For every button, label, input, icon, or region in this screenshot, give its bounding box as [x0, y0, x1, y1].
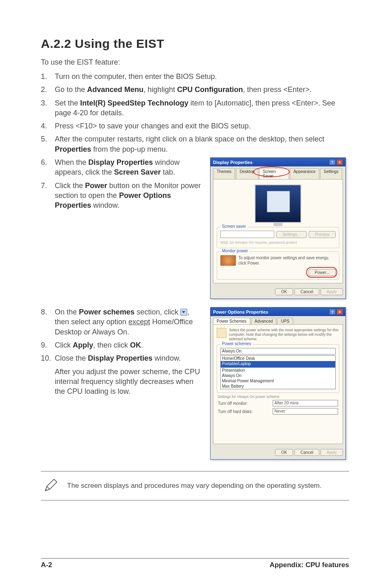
dialog-title: Display Properties	[213, 160, 253, 165]
dialog-titlebar: Display Properties ? ×	[211, 158, 345, 166]
note-box: The screen displays and procedures may v…	[41, 471, 349, 500]
step-8: 8. On the Power schemes section, click ,…	[41, 307, 202, 337]
step-4: 4. Press <F10> to save your changes and …	[41, 121, 349, 131]
step-number: 4.	[41, 121, 55, 131]
dropdown-option[interactable]: Max Battery	[221, 384, 335, 389]
preview-button[interactable]: Preview	[309, 231, 336, 238]
dropdown-option[interactable]: Minimal Power Management	[221, 378, 335, 384]
dialog-button-row: OK Cancel Apply	[211, 447, 345, 459]
power-settings-table: Turn off monitor: After 20 mins Turn off…	[217, 399, 339, 416]
dialog-tabs: Themes Desktop Screen Saver Appearance S…	[211, 166, 345, 179]
power-desc: Select the power scheme with the most ap…	[229, 328, 339, 341]
steps-list-c: 8. On the Power schemes section, click ,…	[41, 307, 202, 363]
fieldset-legend: Screen saver	[220, 224, 248, 229]
step-number: 1.	[41, 72, 55, 81]
dropdown-option[interactable]: Presentation	[221, 368, 335, 373]
step-number: 9.	[41, 340, 55, 350]
step-number: 6.	[41, 157, 55, 177]
dialog-panel: Screen saver Settings... Preview Wait: 1…	[213, 179, 343, 283]
tab-themes[interactable]: Themes	[213, 168, 235, 179]
page-footer: A-2 Appendix: CPU features	[41, 561, 349, 569]
settings-button[interactable]: Settings...	[276, 231, 307, 238]
dropdown-option-selected[interactable]: Portable/Laptop	[221, 361, 335, 368]
tab-advanced[interactable]: Advanced	[251, 318, 276, 324]
step-2: 2. Go to the Advanced Menu, highlight CP…	[41, 85, 349, 94]
section-heading: A.2.2 Using the EIST	[41, 37, 349, 51]
power-button[interactable]: Power...	[309, 269, 336, 276]
tab-appearance[interactable]: Appearance	[290, 168, 319, 179]
tab-power-schemes[interactable]: Power Schemes	[213, 318, 250, 324]
step-9: 9. Click Apply, then click OK.	[41, 340, 202, 350]
step-3: 3. Set the Intel(R) SpeedStep Technology…	[41, 98, 349, 118]
dialog-tabs: Power Schemes Advanced UPS	[211, 316, 345, 324]
help-icon[interactable]: ?	[329, 309, 336, 315]
power-scheme-dropdown[interactable]: Always On	[220, 348, 336, 355]
step-text: Turn on the computer, then enter the BIO…	[55, 72, 349, 81]
note-text: The screen displays and procedures may v…	[67, 481, 322, 491]
tab-screen-saver[interactable]: Screen Saver	[259, 168, 289, 179]
battery-icon	[217, 328, 226, 338]
screensaver-fieldset: Screen saver Settings... Preview Wait: 1…	[217, 227, 339, 248]
ok-button[interactable]: OK	[275, 449, 293, 456]
step-text: On the Power schemes section, click , th…	[55, 307, 202, 337]
step-text: Close the Display Properties window.	[55, 353, 202, 363]
footer-page-number: A-2	[41, 561, 52, 569]
help-icon[interactable]: ?	[329, 159, 336, 165]
apply-button[interactable]: Apply	[321, 288, 343, 295]
dialog-title: Power Options Properties	[213, 310, 268, 314]
intro-text: To use the EIST feature:	[41, 58, 349, 67]
steps-list-a: 1. Turn on the computer, then enter the …	[41, 72, 349, 154]
dropdown-arrow-icon	[180, 309, 187, 316]
step-7: 7. Click the Power button on the Monitor…	[41, 181, 202, 211]
turn-off-hdd-dropdown[interactable]: Never	[273, 408, 338, 415]
footer-rule	[41, 558, 349, 559]
power-options-dialog: Power Options Properties ? × Power Schem…	[210, 307, 346, 460]
step-number: 2.	[41, 85, 55, 94]
cancel-button[interactable]: Cancel	[294, 288, 319, 295]
step-number: 3.	[41, 98, 55, 118]
step-text: After the computer restarts, right click…	[55, 134, 349, 154]
turn-off-monitor-dropdown[interactable]: After 20 mins	[273, 400, 338, 406]
display-properties-dialog: Display Properties ? × Themes Desktop Sc…	[210, 157, 346, 299]
monitor-preview	[255, 184, 301, 223]
screensaver-dropdown[interactable]	[220, 231, 274, 238]
tab-desktop[interactable]: Desktop	[236, 168, 258, 179]
step-text: Click the Power button on the Monitor po…	[55, 181, 202, 211]
monitor-power-text: To adjust monitor power settings and sav…	[238, 255, 336, 266]
ok-button[interactable]: OK	[275, 288, 293, 295]
step-text: Go to the Advanced Menu, highlight CPU C…	[55, 85, 349, 94]
document-page: A.2.2 Using the EIST To use the EIST fea…	[0, 0, 390, 588]
step-6: 6. When the Display Properties window ap…	[41, 157, 202, 177]
note-pencil-icon	[43, 476, 60, 495]
step-number: 10.	[41, 353, 55, 363]
fieldset-legend: Monitor power	[220, 249, 249, 253]
dropdown-option[interactable]: Always On	[221, 373, 335, 378]
monitor-power-fieldset: Monitor power To adjust monitor power se…	[217, 251, 339, 280]
step-text: Set the Intel(R) SpeedStep Technology it…	[55, 98, 349, 118]
tab-settings[interactable]: Settings	[320, 168, 342, 179]
dialog-button-row: OK Cancel Apply	[211, 286, 345, 298]
steps-list-b: 6. When the Display Properties window ap…	[41, 157, 202, 210]
turn-off-hdd-label: Turn off hard disks:	[217, 408, 271, 415]
step-10: 10. Close the Display Properties window.	[41, 353, 202, 363]
scheme-settings-label: Settings for Always On power scheme	[217, 395, 338, 399]
wait-line: Wait: 10 minutes On resume, password pro…	[220, 240, 336, 245]
after-text: After you adjust the power scheme, the C…	[55, 367, 202, 397]
apply-button[interactable]: Apply	[321, 449, 343, 456]
step-text: When the Display Properties window appea…	[55, 157, 202, 177]
tab-ups[interactable]: UPS	[277, 318, 293, 324]
monitor-icon	[220, 255, 236, 266]
dropdown-option[interactable]: Home/Office Desk	[221, 356, 335, 361]
step-number: 7.	[41, 181, 55, 211]
power-schemes-fieldset: Power schemes Always On Home/Office Desk…	[217, 344, 339, 393]
cancel-button[interactable]: Cancel	[294, 449, 319, 456]
turn-off-monitor-label: Turn off monitor:	[217, 399, 271, 407]
close-icon[interactable]: ×	[336, 159, 343, 165]
step-text: Click Apply, then click OK.	[55, 340, 202, 350]
dialog-panel: Select the power scheme with the most ap…	[213, 324, 343, 444]
step-number: 8.	[41, 307, 55, 337]
close-icon[interactable]: ×	[336, 309, 343, 315]
step-5: 5. After the computer restarts, right cl…	[41, 134, 349, 154]
dialog-titlebar: Power Options Properties ? ×	[211, 307, 345, 316]
footer-section-title: Appendix: CPU features	[269, 561, 349, 569]
